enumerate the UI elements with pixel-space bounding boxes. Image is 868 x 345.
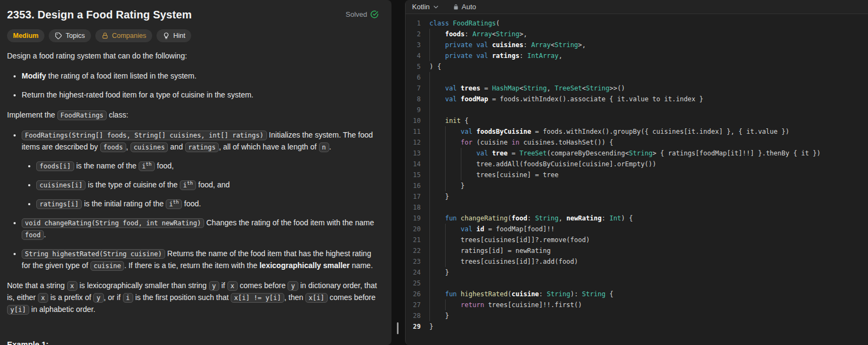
code-line[interactable]: 17 } xyxy=(406,191,868,202)
indent-guide xyxy=(429,289,430,300)
code-line[interactable]: 8 val foodMap = foods.withIndex().associ… xyxy=(406,94,868,105)
indent-guide xyxy=(429,278,430,289)
code-line-text: trees[cuisines[id]]?.remove(food) xyxy=(429,235,868,245)
code-line[interactable]: 9 xyxy=(406,105,868,115)
problem-panel: 2353. Design a Food Rating System Solved… xyxy=(0,0,391,345)
code-line[interactable]: 2 foods: Array<String>, xyxy=(406,29,868,40)
line-number: 26 xyxy=(406,289,429,300)
line-number: 4 xyxy=(406,50,429,61)
code-line[interactable]: 3 private val cuisines: Array<String>, xyxy=(406,40,868,50)
indent-guide xyxy=(429,159,430,170)
list-item: ratings[i] is the initial rating of the … xyxy=(36,198,378,210)
description-paragraph: Design a food rating system that can do … xyxy=(7,50,378,62)
code-line[interactable]: 20 val id = foodMap[food]!! xyxy=(406,224,868,235)
code-line[interactable]: 18 xyxy=(406,202,868,213)
check-circle-icon xyxy=(370,10,378,18)
indent-guide xyxy=(429,72,430,83)
line-number: 22 xyxy=(406,245,429,256)
line-number: 27 xyxy=(406,300,429,310)
indent-guide xyxy=(445,159,446,170)
inline-code: y xyxy=(93,293,103,303)
code-line[interactable]: 26 fun highestRated(cuisine: String): St… xyxy=(406,289,868,300)
description-sublist: foods[i] is the name of the ith food,cui… xyxy=(22,160,378,210)
list-item: FoodRatings(String[] foods, String[] cui… xyxy=(22,129,378,210)
list-item: String highestRated(String cuisine) Retu… xyxy=(22,248,378,272)
code-line-text: ) { xyxy=(429,61,868,72)
problem-description: Design a food rating system that can do … xyxy=(7,50,378,345)
line-number: 23 xyxy=(406,256,429,267)
topics-badge[interactable]: Topics xyxy=(49,29,90,42)
code-line[interactable]: 15 trees[cuisine] = tree xyxy=(406,170,868,180)
code-line[interactable]: 19 fun changeRating(food: String, newRat… xyxy=(406,213,868,224)
hint-badge[interactable]: Hint xyxy=(156,29,191,42)
language-selector[interactable]: Kotlin xyxy=(412,3,440,11)
inline-code: ith xyxy=(166,199,182,209)
solved-label: Solved xyxy=(345,10,367,18)
difficulty-badge[interactable]: Medium xyxy=(7,29,44,42)
code-line[interactable]: 25 xyxy=(406,278,868,289)
code-line-text: return trees[cuisine]!!.first() xyxy=(429,300,868,310)
inline-code: FoodRatings xyxy=(57,110,107,120)
code-line-text: init { xyxy=(429,115,868,126)
code-line[interactable]: 11 val foodsByCuisine = foods.withIndex(… xyxy=(406,126,868,137)
badge-label: Topics xyxy=(66,32,84,40)
code-line[interactable]: 7 val trees = HashMap<String, TreeSet<St… xyxy=(406,83,868,94)
code-line[interactable]: 22 ratings[id] = newRating xyxy=(406,245,868,256)
indent-guide xyxy=(445,235,446,245)
badge-row: MediumTopicsCompaniesHint xyxy=(7,29,378,42)
indent-guide xyxy=(445,300,446,310)
indent-guide xyxy=(445,245,446,256)
code-area[interactable]: 1class FoodRatings(2 foods: Array<String… xyxy=(406,14,868,345)
code-line[interactable]: 6 xyxy=(406,72,868,83)
indent-guide xyxy=(429,235,430,245)
code-line-text: tree.addAll(foodsByCuisine[cuisine].orEm… xyxy=(429,159,868,170)
code-line[interactable]: 23 trees[cuisines[id]]?.add(food) xyxy=(406,256,868,267)
line-number: 1 xyxy=(406,18,429,29)
indent-guide xyxy=(429,50,430,61)
companies-badge[interactable]: Companies xyxy=(95,29,152,42)
code-line[interactable]: 1class FoodRatings( xyxy=(406,18,868,29)
code-line[interactable]: 24 } xyxy=(406,267,868,278)
chevron-down-icon xyxy=(432,3,440,11)
line-number: 13 xyxy=(406,148,429,159)
code-line-text xyxy=(429,105,868,115)
indent-guide xyxy=(429,148,430,159)
indent-guide xyxy=(429,115,430,126)
code-line[interactable]: 28 } xyxy=(406,310,868,321)
editor-header: Kotlin Auto xyxy=(406,0,868,14)
code-line[interactable]: 29} xyxy=(406,321,868,332)
code-line[interactable]: 4 private val ratings: IntArray, xyxy=(406,50,868,61)
inline-code: n xyxy=(319,142,329,152)
solved-badge: Solved xyxy=(345,10,378,18)
indent-guide xyxy=(429,137,430,148)
code-line[interactable]: 13 val tree = TreeSet(compareByDescendin… xyxy=(406,148,868,159)
list-item: cuisines[i] is the type of cuisine of th… xyxy=(36,179,378,191)
line-number: 7 xyxy=(406,83,429,94)
list-item: void changeRating(String food, int newRa… xyxy=(22,217,378,241)
indent-guide xyxy=(429,83,430,94)
line-number: 6 xyxy=(406,72,429,83)
indent-guide xyxy=(445,137,446,148)
inline-code: cuisine xyxy=(90,261,125,271)
line-number: 17 xyxy=(406,191,429,202)
code-line[interactable]: 21 trees[cuisines[id]]?.remove(food) xyxy=(406,235,868,245)
code-line[interactable]: 10 init { xyxy=(406,115,868,126)
code-line[interactable]: 12 for (cuisine in cuisines.toHashSet())… xyxy=(406,137,868,148)
indent-guide xyxy=(429,94,430,105)
code-line[interactable]: 16 } xyxy=(406,180,868,191)
code-line-text: ratings[id] = newRating xyxy=(429,245,868,256)
divider-grip[interactable] xyxy=(397,322,399,334)
code-line-text xyxy=(429,278,868,289)
code-line[interactable]: 5) { xyxy=(406,61,868,72)
inline-code: ith xyxy=(139,161,155,171)
inline-code: cuisines[i] xyxy=(36,180,86,190)
code-line[interactable]: 14 tree.addAll(foodsByCuisine[cuisine].o… xyxy=(406,159,868,170)
code-line[interactable]: 27 return trees[cuisine]!!.first() xyxy=(406,300,868,310)
indent-guide xyxy=(429,105,430,115)
indent-guide xyxy=(429,245,430,256)
inline-code: ith xyxy=(180,180,196,190)
code-line-text: foods: Array<String>, xyxy=(429,29,868,40)
line-number: 24 xyxy=(406,267,429,278)
inline-code: String highestRated(String cuisine) xyxy=(22,249,165,259)
inline-code: x[i] xyxy=(305,293,328,303)
